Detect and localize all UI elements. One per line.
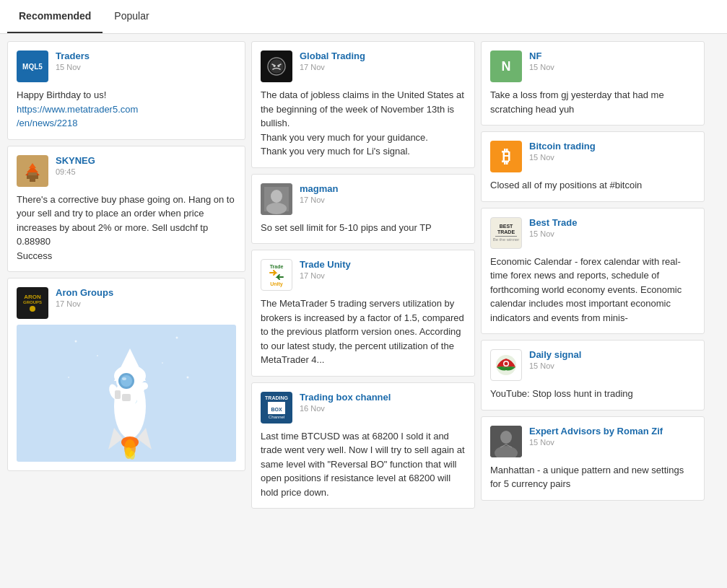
card-aron: ARON GROUPS Aron Groups 17 Nov (7, 278, 245, 471)
card-trading-box: TRADING BOX Channel Trading box channel … (251, 382, 475, 509)
card-expert-advisors: Expert Advisors by Roman Zif 15 Nov Manh… (481, 416, 705, 501)
avatar-trading-box: TRADING BOX Channel (261, 392, 292, 424)
card-bitcoin: ₿ Bitcoin trading 15 Nov Closed all of m… (481, 131, 705, 202)
svg-rect-34 (122, 394, 131, 401)
magman-icon (261, 183, 292, 215)
svg-point-12 (187, 376, 189, 378)
username-traders[interactable]: Traders (56, 51, 90, 61)
body-traders: Happy Birthday to us! https://www.metatr… (17, 88, 236, 131)
svg-point-38 (274, 65, 276, 67)
card-traders: MQL5 Traders 15 Nov Happy Birthday to us… (7, 41, 245, 140)
svg-rect-4 (28, 172, 37, 175)
svg-point-7 (75, 340, 77, 342)
svg-point-42 (271, 190, 282, 203)
date-nf: 15 Nov (529, 63, 554, 71)
date-expert-advisors: 15 Nov (529, 438, 663, 447)
svg-point-39 (278, 65, 280, 67)
svg-text:Unity: Unity (270, 281, 283, 287)
link-traders[interactable]: https://www.metatrader5.com/en/news/2218 (17, 104, 138, 129)
card-daily-signal: Daily signal 15 Nov YouTube: Stop loss h… (481, 340, 705, 411)
avatar-trade-unity: Trade Unity (261, 259, 292, 291)
card-trade-unity: Trade Unity Trade Unity 17 Nov The MetaT… (251, 250, 475, 377)
date-trading-box: 16 Nov (300, 404, 391, 413)
tabs-bar: Recommended Popular (0, 0, 727, 34)
card-global-trading: Global Trading 17 Nov The data of jobles… (251, 41, 475, 168)
username-bitcoin[interactable]: Bitcoin trading (529, 141, 596, 152)
svg-point-8 (97, 355, 98, 356)
svg-rect-2 (27, 175, 38, 179)
svg-point-33 (126, 400, 136, 415)
avatar-daily-signal (490, 349, 522, 381)
card-magman: magman 17 Nov So set sell limit for 5-10… (251, 174, 475, 245)
right-column: N NF 15 Nov Take a loss from gj yesterda… (481, 41, 705, 509)
trade-unity-icon: Trade Unity (263, 261, 290, 289)
username-nf[interactable]: NF (529, 51, 554, 61)
date-global-trading: 17 Nov (300, 63, 365, 71)
username-trade-unity[interactable]: Trade Unity (300, 259, 351, 270)
avatar-aron: ARON GROUPS (17, 287, 48, 319)
date-traders: 15 Nov (56, 63, 90, 71)
avatar-skyneg (17, 155, 48, 187)
username-expert-advisors[interactable]: Expert Advisors by Roman Zif (529, 426, 663, 436)
username-aron[interactable]: Aron Groups (56, 287, 113, 298)
username-daily-signal[interactable]: Daily signal (529, 349, 581, 360)
svg-point-10 (162, 362, 163, 364)
svg-point-43 (266, 203, 287, 214)
date-skyneg: 09:45 (56, 167, 95, 176)
skyneg-icon (19, 158, 45, 184)
avatar-expert-advisors (490, 426, 522, 457)
body-nf: Take a loss from gj yesterday that had m… (490, 88, 695, 116)
svg-text:Trade: Trade (270, 264, 284, 269)
body-expert-advisors: Manhattan - a unique pattern and new set… (490, 463, 695, 491)
body-global-trading: The data of jobless claims in the United… (261, 88, 466, 159)
username-best-trade[interactable]: Best Trade (529, 217, 577, 228)
avatar-bitcoin: ₿ (490, 141, 522, 172)
date-magman: 17 Nov (300, 196, 338, 204)
card-best-trade: BEST TRADE Be the winner Best Trade 15 N… (481, 208, 705, 335)
avatar-magman (261, 183, 292, 215)
svg-point-52 (500, 431, 512, 444)
body-bitcoin: Closed all of my positions at #bitcoin (490, 178, 695, 193)
body-trade-unity: The MetaTrader 5 trading servers utiliza… (261, 297, 466, 367)
svg-point-37 (269, 59, 284, 74)
main-content: MQL5 Traders 15 Nov Happy Birthday to us… (0, 34, 727, 516)
body-magman: So set sell limit for 5-10 pips and your… (261, 221, 466, 235)
svg-rect-35 (115, 390, 121, 399)
date-best-trade: 15 Nov (529, 229, 577, 238)
tab-popular[interactable]: Popular (103, 0, 160, 33)
username-magman[interactable]: magman (300, 183, 338, 194)
svg-point-28 (122, 377, 126, 380)
rocket-illustration (54, 327, 199, 460)
body-best-trade: Economic Calendar - forex calendar with … (490, 255, 695, 325)
avatar-nf: N (490, 51, 522, 82)
image-aron (17, 325, 236, 462)
date-aron: 17 Nov (56, 299, 113, 308)
svg-point-30 (141, 382, 148, 390)
svg-point-27 (121, 375, 132, 387)
body-trading-box: Last time BTCUSD was at 68200 I sold it … (261, 429, 466, 500)
svg-point-32 (116, 400, 126, 415)
expert-advisors-icon (490, 426, 522, 457)
tab-recommended[interactable]: Recommended (7, 0, 103, 33)
username-global-trading[interactable]: Global Trading (300, 51, 365, 61)
mid-column: Global Trading 17 Nov The data of jobles… (251, 41, 475, 509)
card-skyneg: SKYNEG 09:45 There's a corrective buy ph… (7, 146, 245, 273)
body-skyneg: There's a corrective buy phase going on.… (17, 193, 236, 263)
card-nf: N NF 15 Nov Take a loss from gj yesterda… (481, 41, 705, 126)
username-trading-box[interactable]: Trading box channel (300, 392, 391, 403)
left-column: MQL5 Traders 15 Nov Happy Birthday to us… (7, 41, 245, 509)
date-bitcoin: 15 Nov (529, 153, 596, 162)
global-trading-icon (265, 55, 288, 78)
username-skyneg[interactable]: SKYNEG (56, 155, 95, 166)
avatar-traders: MQL5 (17, 51, 48, 82)
body-daily-signal: YouTube: Stop loss hunt in trading (490, 387, 695, 401)
svg-point-9 (176, 336, 178, 338)
svg-point-50 (505, 362, 508, 366)
svg-point-23 (129, 451, 135, 460)
svg-point-11 (68, 377, 69, 378)
daily-signal-icon (492, 351, 520, 379)
date-trade-unity: 17 Nov (300, 271, 351, 280)
date-daily-signal: 15 Nov (529, 361, 581, 370)
avatar-global-trading (261, 51, 292, 82)
avatar-best-trade: BEST TRADE Be the winner (490, 217, 522, 249)
